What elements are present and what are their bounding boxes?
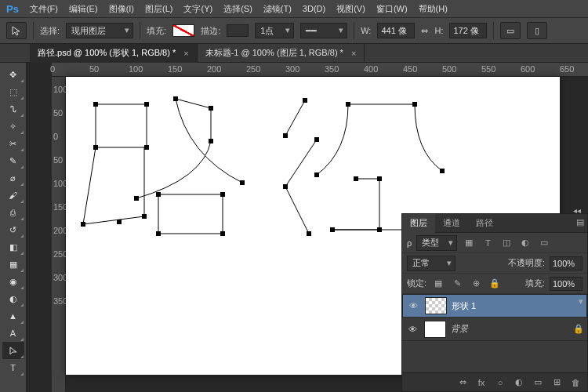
fx-icon[interactable]: fx (474, 376, 488, 390)
menu-3d[interactable]: 3D(D) (303, 4, 325, 13)
path-selection-tool[interactable] (2, 342, 24, 359)
arrange-icon[interactable]: ▯ (527, 22, 547, 39)
blend-mode-dropdown[interactable]: 正常 (407, 256, 456, 271)
filter-adjust-icon[interactable]: T (481, 236, 495, 250)
toolbox: ✥ ⬚ ᔐ ✧ ✂ ✎ ⌀ 🖌 ⎙ ↺ ◧ ▦ ◉ ◐ ▲ A T (0, 63, 27, 392)
layer-row[interactable]: 👁 背景 🔒 (402, 318, 587, 341)
layer-name[interactable]: 背景 (451, 323, 468, 335)
panel-footer: ⇔ fx ○ ◐ ▭ ⊞ 🗑 (402, 372, 587, 391)
opacity-field[interactable]: 100% (550, 256, 583, 270)
menu-help[interactable]: 帮助(H) (419, 3, 448, 15)
svg-rect-8 (117, 220, 122, 224)
lock-icon: 🔒 (573, 324, 584, 334)
svg-rect-9 (173, 96, 178, 101)
svg-rect-24 (412, 102, 417, 107)
doc-tab-1[interactable]: 路径.psd @ 100% (形状 1, RGB/8) *× (30, 44, 198, 63)
height-field[interactable]: 172 像 (449, 23, 487, 38)
filter-kind-dropdown[interactable]: 类型 (416, 235, 457, 251)
visibility-icon[interactable]: 👁 (405, 325, 419, 334)
menu-select[interactable]: 选择(S) (223, 3, 252, 15)
stroke-width-field[interactable]: 1点 (255, 23, 294, 38)
panel-tab-channels[interactable]: 通道 (435, 214, 468, 233)
menu-layer[interactable]: 图层(L) (145, 3, 172, 15)
fill-opacity-label: 填充: (525, 278, 545, 289)
panel-menu-icon[interactable]: ▤ (576, 217, 584, 227)
filter-pixel-icon[interactable]: ▦ (462, 236, 476, 250)
mask-icon[interactable]: ○ (493, 376, 507, 390)
pen-tool[interactable]: ▲ (2, 307, 24, 325)
panel-tab-paths[interactable]: 路径 (468, 214, 501, 233)
doc-tab-2[interactable]: 未标题-1 @ 100% (图层 1, RGB/8) *× (198, 44, 365, 63)
svg-rect-6 (81, 222, 85, 227)
svg-rect-15 (220, 192, 225, 197)
marquee-tool[interactable]: ⬚ (2, 83, 24, 100)
layer-name[interactable]: 形状 1 (452, 300, 476, 312)
eraser-tool[interactable]: ◧ (2, 238, 24, 256)
close-icon[interactable]: × (183, 49, 188, 58)
link-wh-icon[interactable]: ⇔ (421, 26, 428, 36)
svg-rect-27 (354, 176, 358, 181)
menu-image[interactable]: 图像(I) (109, 3, 134, 15)
svg-rect-18 (303, 98, 307, 103)
close-icon[interactable]: × (351, 49, 356, 58)
lasso-tool[interactable]: ᔐ (2, 100, 24, 118)
layer-list: 👁 形状 1 👁 背景 🔒 (402, 294, 587, 372)
layer-thumb[interactable] (424, 321, 446, 338)
document-tab-bar: 路径.psd @ 100% (形状 1, RGB/8) *× 未标题-1 @ 1… (0, 44, 588, 63)
layer-select-dropdown[interactable]: 现用图层 (66, 23, 133, 38)
text-tool[interactable]: T (2, 359, 24, 376)
menu-edit[interactable]: 编辑(E) (69, 3, 98, 15)
direct-selection-tool-icon[interactable] (6, 22, 27, 39)
new-layer-icon[interactable]: ⊞ (550, 376, 564, 390)
menu-view[interactable]: 视图(V) (336, 3, 365, 15)
app-logo: Ps (6, 3, 19, 15)
layer-thumb[interactable] (425, 297, 447, 314)
panel-tab-layers[interactable]: 图层 (402, 214, 435, 233)
healing-tool[interactable]: ⌀ (2, 169, 24, 187)
menu-text[interactable]: 文字(Y) (183, 3, 212, 15)
svg-rect-28 (377, 176, 382, 181)
magic-wand-tool[interactable]: ✧ (2, 118, 24, 135)
fill-opacity-field[interactable]: 100% (550, 277, 583, 291)
blur-tool[interactable]: ◉ (2, 273, 24, 290)
fill-swatch[interactable] (172, 24, 194, 37)
eyedropper-tool[interactable]: ✎ (2, 152, 24, 169)
stroke-swatch[interactable] (227, 24, 249, 37)
select-label: 选择: (40, 25, 60, 37)
group-icon[interactable]: ▭ (531, 376, 545, 390)
filter-smart-icon[interactable]: ▭ (537, 236, 551, 250)
layer-row[interactable]: 👁 形状 1 (402, 294, 587, 318)
svg-rect-22 (307, 231, 311, 236)
svg-rect-26 (440, 169, 445, 173)
gradient-tool[interactable]: ▦ (2, 256, 24, 273)
filter-shape-icon[interactable]: ◐ (518, 236, 532, 250)
move-tool[interactable]: ✥ (2, 66, 24, 83)
lock-position-icon[interactable]: ✎ (450, 277, 464, 291)
type-tool[interactable]: A (2, 325, 24, 342)
lock-image-icon[interactable]: ⊕ (469, 277, 483, 291)
trash-icon[interactable]: 🗑 (568, 376, 583, 390)
svg-rect-4 (93, 145, 98, 150)
visibility-icon[interactable]: 👁 (406, 301, 420, 310)
crop-tool[interactable]: ✂ (2, 135, 24, 152)
stroke-style-dropdown[interactable]: ━━ (300, 23, 347, 38)
filter-text-icon[interactable]: ◫ (499, 236, 514, 250)
svg-rect-20 (314, 137, 319, 142)
svg-rect-19 (283, 133, 288, 138)
svg-rect-29 (377, 227, 382, 232)
ruler-vertical: 10050050100150200250300350 (52, 77, 66, 392)
menu-file[interactable]: 文件(F) (30, 3, 58, 15)
link-layers-icon[interactable]: ⇔ (456, 376, 470, 390)
width-field[interactable]: 441 像 (377, 23, 415, 38)
align-icon[interactable]: ▭ (500, 22, 521, 39)
dodge-tool[interactable]: ◐ (2, 290, 24, 307)
svg-rect-1 (158, 194, 223, 234)
history-brush-tool[interactable]: ↺ (2, 221, 24, 238)
lock-all-icon[interactable]: 🔒 (488, 277, 502, 291)
menu-filter[interactable]: 滤镜(T) (263, 3, 292, 15)
lock-pixels-icon[interactable]: ▦ (431, 277, 445, 291)
brush-tool[interactable]: 🖌 (2, 187, 24, 204)
stamp-tool[interactable]: ⎙ (2, 204, 24, 221)
adjustment-icon[interactable]: ◐ (512, 376, 526, 390)
menu-window[interactable]: 窗口(W) (376, 3, 408, 15)
